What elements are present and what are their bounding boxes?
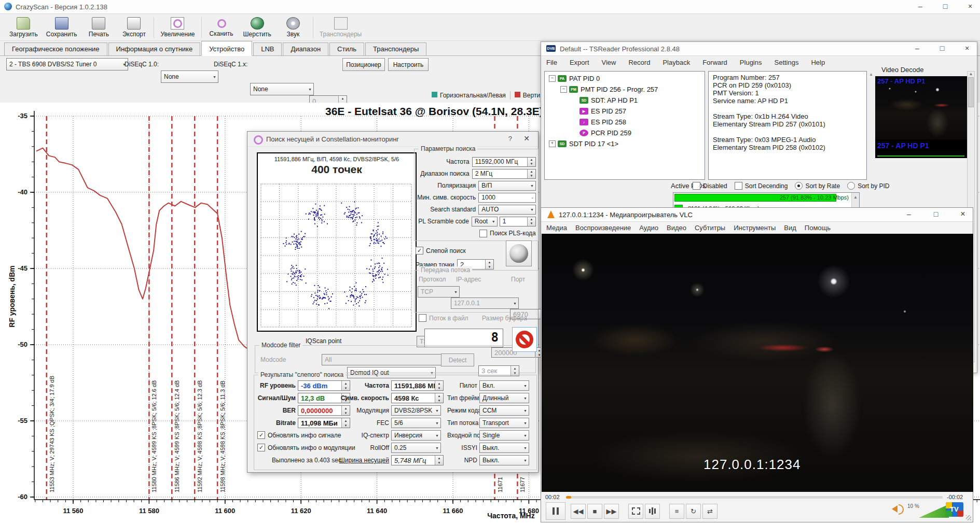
toolbar-button-open-folder[interactable]: Загрузить (5, 16, 42, 39)
tree-item[interactable]: −PAPAT PID 0 (547, 73, 705, 84)
tree-item[interactable]: SDSDT: AP HD P1 (547, 95, 705, 106)
tab-стиль[interactable]: Стиль (329, 43, 364, 55)
modcode-select[interactable]: All▼ (322, 354, 447, 365)
stream-to-file-checkbox[interactable]: Поток в файл (419, 314, 468, 322)
volume-slider[interactable] (919, 504, 949, 518)
random-button[interactable]: ⇄ (702, 504, 717, 519)
menu-view[interactable]: View (602, 59, 616, 66)
tuner-select[interactable]: 2 - TBS 6908 DVBS/S2 Tuner 0▼ (6, 58, 128, 70)
expander-plus-icon[interactable]: + (549, 140, 556, 147)
menu-воспроизведение[interactable]: Воспроизведение (575, 224, 631, 232)
toolbar-button-globe[interactable]: Шерстить (239, 16, 275, 39)
blind-search-checkbox[interactable]: ✓ Слепой поиск (416, 247, 466, 254)
seek-bar[interactable] (566, 496, 943, 499)
menu-вид[interactable]: Вид (784, 224, 796, 232)
value-dropdown[interactable]: CCM▼ (479, 405, 529, 416)
tab-диапазон[interactable]: Диапазон (283, 43, 328, 55)
value-dropdown[interactable]: Transport▼ (479, 418, 529, 428)
protocol-select[interactable]: TCP▼ (418, 286, 460, 298)
update-info-checkbox[interactable]: ✓Обновлять инфо сигнале (257, 431, 341, 439)
toolbar-button-magnifier[interactable]: Сканить (204, 17, 239, 38)
sort-by-pid-radio[interactable]: Sort by PID (847, 182, 889, 190)
param-dropdown[interactable]: В/П▼ (478, 181, 536, 191)
pause-button[interactable] (546, 502, 565, 520)
toolbar-button-notepad[interactable]: Транспондеры (315, 16, 366, 39)
value-field[interactable]: 5,748 МГц▲▼ (391, 455, 444, 465)
minimize-button[interactable]: – (914, 1, 927, 11)
param-dropdown[interactable]: AUTO▼ (478, 205, 536, 215)
toolbar-button-export[interactable]: Экспорт (116, 16, 151, 39)
menu-субтитры[interactable]: Субтитры (695, 224, 725, 232)
param-spinner[interactable]: 1▲▼ (500, 217, 536, 226)
previous-button[interactable]: ◀◀ (571, 504, 586, 519)
dialog-help-button[interactable]: ? (508, 135, 512, 143)
param-spinner[interactable]: 11592,000 МГц▲▼ (472, 157, 536, 167)
value-dropdown[interactable]: 5/6▼ (391, 418, 441, 428)
pls-search-checkbox[interactable]: Поиск PLS-кода (479, 230, 536, 237)
loop-button[interactable]: ↻ (686, 504, 701, 519)
tree-item[interactable]: PPCR PID 259 (547, 128, 705, 138)
menu-видео[interactable]: Видео (667, 224, 686, 232)
menu-playback[interactable]: Playback (662, 59, 690, 66)
menu-help[interactable]: Help (811, 59, 825, 66)
menu-помощь[interactable]: Помощь (805, 224, 831, 232)
toolbar-button-printer[interactable]: Печать (81, 16, 116, 39)
tab-информация-о-спутнике[interactable]: Информация о спутнике (108, 43, 201, 55)
speaker-icon[interactable] (892, 505, 898, 513)
scroll-up-icon[interactable]: ▲ (869, 72, 873, 77)
value-dropdown[interactable]: Инверсия▼ (391, 430, 441, 441)
value-dropdown[interactable]: Выкл.▼ (479, 455, 529, 465)
expander-minus-icon[interactable]: − (560, 86, 567, 93)
extended-settings-button[interactable] (645, 504, 660, 519)
dialog-close-button[interactable]: ✕ (523, 134, 530, 143)
maximize-button[interactable]: □ (938, 1, 952, 11)
value-dropdown[interactable]: Длинный▼ (479, 393, 529, 403)
playlist-button[interactable]: ≡ (669, 504, 684, 519)
value-dropdown[interactable]: Вкл.▼ (479, 380, 529, 391)
tab-lnb[interactable]: LNB (253, 43, 282, 55)
minimize-button[interactable]: – (910, 43, 924, 53)
menu-аудио[interactable]: Аудио (639, 224, 658, 232)
setup-button[interactable]: Настроить (388, 58, 429, 71)
value-dropdown[interactable]: Single▼ (479, 430, 529, 441)
sort-decending-checkbox[interactable]: Sort Decending (735, 182, 788, 190)
globe-button[interactable] (506, 240, 532, 266)
menu-file[interactable]: File (546, 59, 557, 66)
menu-plugins[interactable]: Plugins (740, 59, 762, 66)
minimize-button[interactable]: – (902, 209, 916, 219)
stop-button[interactable]: ■ (587, 504, 602, 519)
param-spinner[interactable]: 2 МГц▲▼ (472, 169, 536, 179)
toolbar-button-zoom-doc[interactable]: Увеличение (156, 16, 199, 39)
param-dropdown[interactable]: Root▼ (472, 217, 498, 226)
sort-by-rate-radio[interactable]: Sort by Rate (795, 182, 840, 190)
tab-транспондеры[interactable]: Транспондеры (365, 43, 426, 55)
vlc-video-area[interactable]: 127.0.0.1:1234 (542, 234, 973, 492)
maximize-button[interactable]: □ (935, 43, 949, 53)
toolbar-button-disc[interactable]: Звук (275, 16, 311, 39)
positioner-button[interactable]: Позиционер (342, 58, 385, 71)
stop-button[interactable] (512, 327, 537, 352)
menu-forward[interactable]: Forward (702, 59, 727, 66)
param-combo[interactable]: 1000⌄ (478, 193, 536, 203)
menu-export[interactable]: Export (570, 59, 589, 66)
next-button[interactable]: ▶▶ (604, 504, 619, 519)
value-dropdown[interactable]: DVBS2/8PSK▼ (391, 405, 441, 416)
tree-item[interactable]: ♪ES PID 258 (547, 117, 705, 128)
menu-медиа[interactable]: Медиа (546, 224, 567, 232)
resize-grip[interactable] (966, 515, 971, 520)
disabled-checkbox[interactable]: Disabled (693, 182, 727, 190)
value-field[interactable]: 11591,886 МГц▲▼ (391, 380, 444, 391)
toolbar-button-floppy[interactable]: Сохранить (42, 16, 81, 39)
tab-географическое-положение[interactable]: Географическое положение (4, 43, 107, 55)
detect-button[interactable]: Detect (441, 353, 474, 366)
value-dropdown[interactable]: Выкл.▼ (479, 443, 529, 453)
tree-item[interactable]: −PMPMT PID 256 - Progr. 257 (547, 84, 705, 95)
close-button[interactable]: × (963, 1, 977, 11)
menu-settings[interactable]: Settings (774, 59, 798, 66)
ip-select[interactable]: 127.0.0.1▼ (451, 298, 519, 309)
maximize-button[interactable]: □ (929, 209, 943, 219)
menu-инструменты[interactable]: Инструменты (734, 224, 776, 232)
tree-item[interactable]: +SDSDT PID 17 <1> (547, 138, 705, 149)
close-button[interactable]: × (960, 43, 974, 53)
value-field[interactable]: 4598 Кс▲▼ (391, 393, 444, 403)
